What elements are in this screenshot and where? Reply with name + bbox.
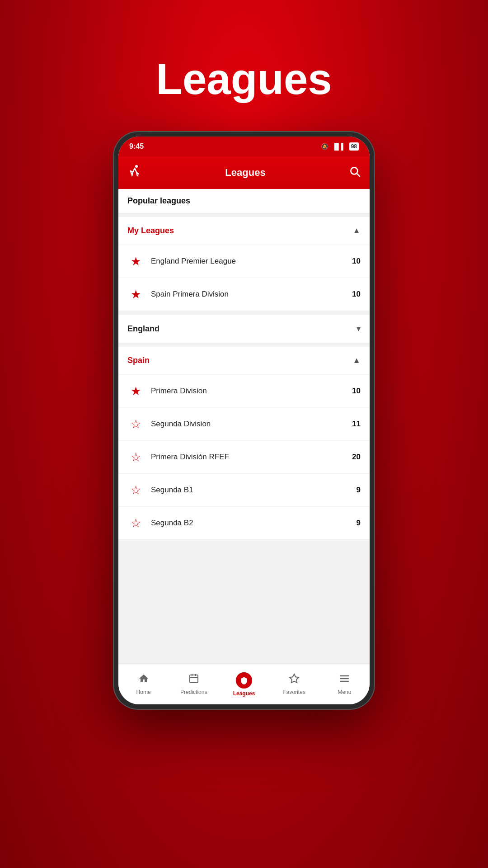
star-outline-icon: ☆: [127, 515, 144, 531]
spain-section: Spain ▲ ★ Primera Division 10 ☆ Segunda …: [118, 347, 370, 540]
league-count: 10: [352, 387, 361, 396]
league-item-segunda-b1[interactable]: ☆ Segunda B1 9: [118, 474, 370, 507]
my-leagues-chevron: ▲: [352, 226, 361, 236]
star-outline-icon: ☆: [127, 449, 144, 465]
league-item-segunda-b2[interactable]: ☆ Segunda B2 9: [118, 507, 370, 540]
status-bar: 9:45 🔕 ▐▌▌ 98: [118, 137, 370, 156]
league-name: Segunda B2: [151, 519, 357, 528]
svg-point-0: [135, 165, 138, 168]
england-section-header[interactable]: England ▾: [118, 315, 370, 343]
league-item-primera-division[interactable]: ★ Primera Division 10: [118, 375, 370, 408]
my-leagues-header[interactable]: My Leagues ▲: [118, 217, 370, 245]
league-item-spain-primera[interactable]: ★ Spain Primera Division 10: [118, 278, 370, 311]
svg-rect-3: [190, 675, 198, 683]
status-icons: 🔕 ▐▌▌ 98: [321, 142, 359, 151]
nav-item-home[interactable]: Home: [118, 673, 169, 695]
app-header: Leagues: [118, 156, 370, 189]
league-count: 10: [352, 290, 361, 299]
nav-item-predictions[interactable]: Predictions: [169, 673, 219, 695]
nav-item-leagues[interactable]: Leagues: [219, 672, 269, 697]
signal-icon: ▐▌▌: [332, 143, 346, 150]
svg-marker-7: [290, 674, 299, 683]
menu-icon: [339, 673, 350, 687]
page-background-title: Leagues: [156, 54, 332, 104]
nav-leagues-label: Leagues: [233, 690, 255, 697]
svg-line-2: [357, 174, 360, 176]
app-logo: [127, 164, 142, 182]
league-name: Spain Primera Division: [151, 290, 352, 299]
my-leagues-section: My Leagues ▲ ★ England Premier League 10…: [118, 217, 370, 311]
league-name: Segunda Division: [151, 420, 352, 429]
header-title: Leagues: [225, 167, 265, 179]
league-item-primera-rfef[interactable]: ☆ Primera División RFEF 20: [118, 441, 370, 474]
status-time: 9:45: [129, 142, 144, 151]
league-count: 20: [352, 453, 361, 462]
phone-frame: 9:45 🔕 ▐▌▌ 98 Leagues: [113, 131, 375, 710]
league-item-england-premier[interactable]: ★ England Premier League 10: [118, 245, 370, 278]
my-leagues-title: My Leagues: [127, 226, 174, 236]
league-count: 10: [352, 257, 361, 266]
england-chevron: ▾: [357, 324, 361, 334]
league-name: Primera División RFEF: [151, 453, 352, 462]
nav-favorites-label: Favorites: [283, 689, 305, 695]
star-outline-icon: ☆: [127, 416, 144, 432]
spain-section-header[interactable]: Spain ▲: [118, 347, 370, 375]
nav-item-menu[interactable]: Menu: [319, 673, 370, 695]
phone-bezel: 9:45 🔕 ▐▌▌ 98 Leagues: [113, 131, 375, 710]
league-count: 11: [352, 420, 361, 429]
league-count: 9: [357, 519, 361, 528]
bell-icon: 🔕: [321, 143, 328, 150]
league-name: Segunda B1: [151, 486, 357, 495]
phone-screen: 9:45 🔕 ▐▌▌ 98 Leagues: [118, 137, 370, 704]
league-name: Primera Division: [151, 387, 352, 396]
search-button[interactable]: [349, 165, 361, 180]
league-count: 9: [357, 486, 361, 495]
bottom-nav: Home Predictions: [118, 664, 370, 704]
home-icon: [138, 673, 149, 687]
favorites-icon: [289, 673, 300, 687]
england-title: England: [127, 324, 160, 334]
spain-chevron: ▲: [352, 356, 361, 365]
nav-item-favorites[interactable]: Favorites: [269, 673, 319, 695]
league-item-segunda-division[interactable]: ☆ Segunda Division 11: [118, 408, 370, 441]
content-area: Popular leagues My Leagues ▲ ★ England P…: [118, 189, 370, 664]
battery-icon: 98: [349, 142, 359, 151]
nav-home-label: Home: [136, 689, 151, 695]
popular-leagues-header: Popular leagues: [118, 189, 370, 213]
star-filled-icon: ★: [127, 253, 144, 269]
nav-predictions-label: Predictions: [180, 689, 207, 695]
popular-leagues-label: Popular leagues: [127, 196, 190, 205]
star-filled-icon: ★: [127, 383, 144, 399]
predictions-icon: [188, 673, 199, 687]
nav-menu-label: Menu: [338, 689, 351, 695]
spain-title: Spain: [127, 356, 150, 365]
england-section: England ▾: [118, 315, 370, 343]
star-filled-icon: ★: [127, 286, 144, 302]
league-name: England Premier League: [151, 257, 352, 266]
leagues-shield-icon: [236, 672, 252, 689]
star-outline-icon: ☆: [127, 482, 144, 498]
